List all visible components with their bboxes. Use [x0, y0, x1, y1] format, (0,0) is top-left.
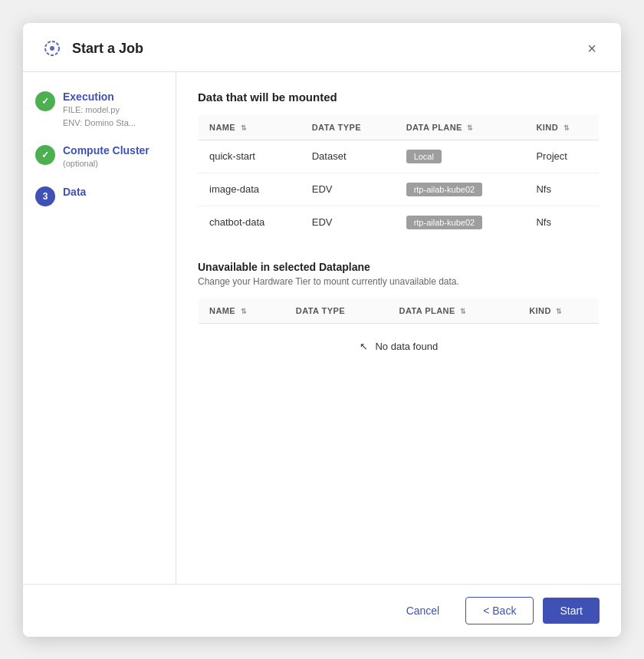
back-button[interactable]: < Back	[465, 597, 534, 624]
row-dataplane-imagedata: rtp-ailab-kube02	[396, 173, 526, 206]
start-button[interactable]: Start	[543, 598, 600, 624]
sort-icon-name[interactable]: ⇅	[241, 124, 247, 132]
col-header-datatype-available: DATA TYPE	[301, 114, 396, 140]
row-kind-imagedata: Nfs	[525, 173, 599, 206]
col-header-kind-unavailable: KIND ⇅	[518, 298, 599, 323]
unavailable-section-title: Unavailable in selected Dataplane	[198, 261, 600, 273]
col-header-name-unavailable: NAME ⇅	[199, 298, 285, 323]
row-name-imagedata: image-data	[199, 173, 301, 206]
row-name-chatbotdata: chatbot-data	[199, 206, 301, 239]
step-sub-compute: (optional)	[63, 158, 150, 170]
step-label-execution: Execution	[63, 91, 136, 103]
step-number-data: 3	[43, 191, 48, 202]
unavailable-data-table: NAME ⇅ DATA TYPE DATA PLANE ⇅	[198, 298, 600, 370]
sort-icon-name-u[interactable]: ⇅	[241, 308, 247, 315]
svg-point-1	[50, 46, 54, 51]
modal-dialog: Start a Job × ✓ Execution FILE: model.py…	[23, 23, 621, 637]
cursor-icon: ↖	[360, 341, 368, 352]
modal-title: Start a Job	[72, 41, 581, 57]
row-datatype-quickstart: Dataset	[301, 140, 396, 173]
close-button[interactable]: ×	[581, 37, 603, 61]
modal-header: Start a Job ×	[23, 23, 621, 72]
sort-icon-dataplane-u[interactable]: ⇅	[460, 308, 466, 315]
step-sub-execution-file: FILE: model.py	[63, 104, 136, 116]
modal-footer: Cancel < Back Start	[23, 584, 621, 637]
row-name-quickstart: quick-start	[199, 140, 301, 173]
no-data-cell: ↖ No data found	[199, 323, 600, 369]
sidebar: ✓ Execution FILE: model.py ENV: Domino S…	[23, 72, 176, 584]
table-row: chatbot-data EDV rtp-ailab-kube02 Nfs	[199, 206, 600, 239]
badge-kube-1: rtp-ailab-kube02	[406, 183, 483, 196]
job-icon	[41, 38, 63, 59]
col-header-dataplane-available: DATA PLANE ⇅	[396, 114, 526, 140]
checkmark-icon: ✓	[41, 96, 49, 107]
row-dataplane-quickstart: Local	[396, 140, 526, 173]
sort-icon-dataplane[interactable]: ⇅	[467, 124, 473, 132]
col-header-kind-available: KIND ⇅	[525, 114, 599, 140]
row-kind-chatbotdata: Nfs	[525, 206, 599, 239]
modal-overlay: Start a Job × ✓ Execution FILE: model.py…	[0, 0, 644, 659]
step-label-compute: Compute Cluster	[63, 144, 150, 157]
cancel-button[interactable]: Cancel	[389, 598, 457, 624]
sidebar-item-execution[interactable]: ✓ Execution FILE: model.py ENV: Domino S…	[35, 91, 163, 130]
sort-icon-kind[interactable]: ⇅	[564, 124, 570, 132]
row-dataplane-chatbotdata: rtp-ailab-kube02	[396, 206, 526, 239]
table-row-no-data: ↖ No data found	[199, 323, 600, 369]
step-circle-data: 3	[35, 186, 55, 206]
badge-kube-2: rtp-ailab-kube02	[406, 216, 483, 229]
checkmark-icon-2: ✓	[41, 150, 49, 160]
table-row: quick-start Dataset Local Project	[199, 140, 600, 173]
modal-body: ✓ Execution FILE: model.py ENV: Domino S…	[23, 72, 621, 584]
unavailable-section-subtitle: Change your Hardware Tier to mount curre…	[198, 276, 600, 287]
row-datatype-chatbotdata: EDV	[301, 206, 396, 239]
available-data-table: NAME ⇅ DATA TYPE DATA PLANE ⇅	[198, 114, 600, 239]
main-content: Data that will be mounted NAME ⇅ DATA TY…	[176, 72, 621, 584]
col-header-dataplane-unavailable: DATA PLANE ⇅	[389, 298, 519, 323]
col-header-name-available: NAME ⇅	[199, 114, 301, 140]
sidebar-item-data[interactable]: 3 Data	[35, 186, 163, 206]
available-section-title: Data that will be mounted	[198, 91, 600, 104]
step-circle-compute: ✓	[35, 145, 55, 165]
sidebar-item-compute-cluster[interactable]: ✓ Compute Cluster (optional)	[35, 144, 163, 170]
row-datatype-imagedata: EDV	[301, 173, 396, 206]
row-kind-quickstart: Project	[525, 140, 599, 173]
col-header-datatype-unavailable: DATA TYPE	[285, 298, 389, 323]
step-label-data: Data	[63, 186, 86, 198]
table-row: image-data EDV rtp-ailab-kube02 Nfs	[199, 173, 600, 206]
unavailable-table-header-row: NAME ⇅ DATA TYPE DATA PLANE ⇅	[199, 298, 600, 323]
step-sub-execution-env: ENV: Domino Sta...	[63, 117, 136, 129]
badge-local: Local	[406, 150, 442, 163]
step-circle-execution: ✓	[35, 91, 55, 111]
sort-icon-kind-u[interactable]: ⇅	[556, 308, 562, 315]
available-table-header-row: NAME ⇅ DATA TYPE DATA PLANE ⇅	[199, 114, 600, 140]
